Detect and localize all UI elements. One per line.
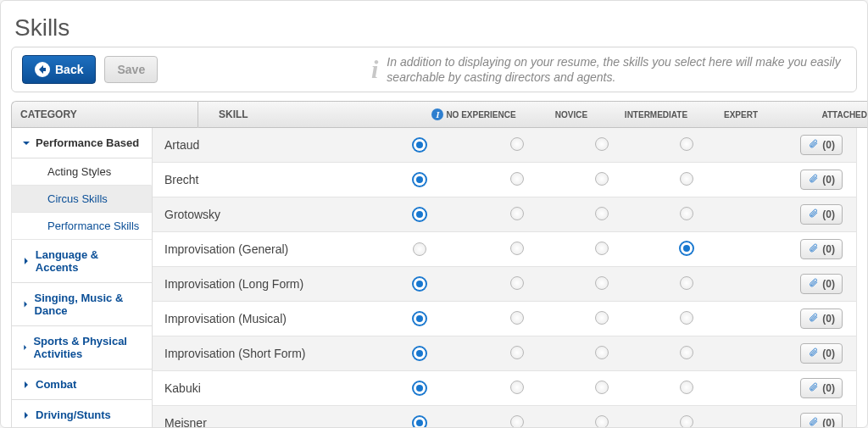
skill-level-radio[interactable] (510, 381, 524, 394)
skill-level-radio[interactable] (680, 415, 693, 428)
category-label: Singing, Music & Dance (35, 292, 142, 317)
attached-media-button[interactable]: (0) (800, 274, 843, 294)
skill-level-radio[interactable] (510, 137, 524, 151)
category-label: Sports & Physical Activities (33, 335, 142, 360)
skill-name: Improvisation (Musical) (153, 312, 364, 325)
media-header-label: ATTACHED MEDIA (783, 110, 868, 120)
skill-name: Improvisation (General) (153, 242, 364, 256)
skill-level-radio[interactable] (510, 346, 524, 359)
level-header-expert: EXPERT (698, 110, 783, 120)
category-item[interactable]: Performance Based (11, 128, 152, 158)
tip-text: i In addition to displaying on your resu… (371, 54, 846, 85)
skill-level-radio[interactable] (680, 346, 693, 359)
level-header-noexp: i NO EXPERIENCE (419, 108, 529, 120)
skill-level-radio[interactable] (680, 172, 693, 186)
category-item[interactable]: Combat (11, 370, 152, 400)
paperclip-icon (808, 347, 819, 360)
skill-name: Grotowsky (153, 208, 364, 221)
skill-level-radio[interactable] (595, 346, 609, 359)
category-label: Language & Accents (36, 248, 142, 274)
paperclip-icon (808, 416, 819, 428)
back-arrow-icon (35, 62, 50, 77)
skill-level-radio[interactable] (680, 207, 693, 220)
attached-media-button[interactable]: (0) (800, 170, 843, 190)
attached-media-button[interactable]: (0) (800, 413, 843, 428)
media-count: (0) (822, 313, 835, 325)
category-item[interactable]: Driving/Stunts (11, 400, 152, 428)
skill-level-radio[interactable] (680, 381, 693, 394)
attached-media-button[interactable]: (0) (800, 378, 843, 398)
skill-row: Brecht(0) (153, 163, 857, 197)
skill-level-radio[interactable] (595, 415, 609, 428)
paperclip-icon (808, 138, 819, 152)
skill-level-radio[interactable] (680, 242, 693, 255)
media-count: (0) (822, 347, 835, 359)
skill-level-radio[interactable] (413, 242, 426, 256)
skill-level-radio[interactable] (680, 137, 693, 151)
subcategory-item[interactable]: Performance Skills (11, 213, 152, 240)
category-item[interactable]: Language & Accents (11, 240, 152, 283)
skill-level-radio[interactable] (595, 276, 609, 290)
save-button-label: Save (117, 63, 145, 76)
skill-level-radio[interactable] (595, 242, 609, 255)
subcategory-item[interactable]: Acting Styles (11, 158, 152, 186)
skill-level-radio[interactable] (595, 172, 609, 186)
attached-media-button[interactable]: (0) (800, 308, 843, 329)
info-icon: i (371, 57, 378, 82)
skill-level-radio[interactable] (413, 208, 426, 221)
skill-name: Artaud (153, 138, 364, 152)
skill-level-radio[interactable] (413, 277, 426, 291)
skill-level-radio[interactable] (680, 276, 693, 290)
paperclip-icon (808, 312, 819, 325)
skill-level-radio[interactable] (680, 311, 693, 325)
category-item[interactable]: Sports & Physical Activities (11, 326, 152, 370)
skill-level-radio[interactable] (510, 415, 524, 428)
paperclip-icon (808, 277, 819, 291)
attached-media-button[interactable]: (0) (800, 204, 843, 225)
skill-header-label: SKILL (207, 108, 419, 120)
skill-level-radio[interactable] (413, 416, 426, 428)
media-count: (0) (822, 174, 835, 186)
skill-row: Improvisation (Long Form)(0) (153, 267, 857, 302)
subcategory-item[interactable]: Circus Skills (11, 186, 152, 213)
skill-level-radio[interactable] (413, 138, 426, 152)
skill-level-radio[interactable] (413, 381, 426, 395)
back-button-label: Back (55, 63, 83, 76)
attached-media-button[interactable]: (0) (800, 135, 843, 155)
skill-row: Kabuki(0) (153, 371, 857, 406)
category-item[interactable]: Singing, Music & Dance (11, 283, 152, 326)
back-button[interactable]: Back (22, 55, 96, 84)
skill-level-radio[interactable] (595, 137, 609, 151)
media-count: (0) (822, 208, 835, 220)
category-label: Performance Based (36, 136, 139, 149)
skill-level-radio[interactable] (595, 311, 609, 325)
skill-row: Artaud(0) (153, 128, 857, 163)
skill-level-radio[interactable] (413, 312, 426, 325)
level-header-novice: NOVICE (529, 110, 614, 120)
skill-name: Improvisation (Short Form) (153, 347, 364, 360)
category-header: CATEGORY (11, 101, 198, 128)
skill-level-radio[interactable] (413, 173, 426, 186)
skill-level-radio[interactable] (510, 311, 524, 325)
media-count: (0) (822, 382, 835, 394)
page-title: Skills (6, 6, 862, 47)
skill-level-radio[interactable] (510, 207, 524, 220)
level-header-intermediate: INTERMEDIATE (614, 110, 698, 120)
skill-level-radio[interactable] (595, 381, 609, 394)
skill-row: Improvisation (General)(0) (153, 232, 857, 267)
skill-row: Grotowsky(0) (153, 197, 857, 232)
skill-level-radio[interactable] (510, 276, 524, 290)
save-button: Save (104, 56, 158, 83)
media-count: (0) (822, 243, 835, 255)
skill-row: Improvisation (Short Form)(0) (153, 336, 857, 371)
skill-level-radio[interactable] (510, 172, 524, 186)
skill-level-radio[interactable] (595, 207, 609, 220)
skill-level-radio[interactable] (510, 242, 524, 255)
skill-name: Brecht (153, 173, 364, 186)
paperclip-icon (808, 208, 819, 221)
attached-media-button[interactable]: (0) (800, 239, 843, 259)
attached-media-button[interactable]: (0) (800, 343, 843, 364)
info-badge-icon[interactable]: i (431, 108, 443, 120)
category-label: Driving/Stunts (36, 409, 111, 421)
skill-level-radio[interactable] (413, 347, 426, 360)
